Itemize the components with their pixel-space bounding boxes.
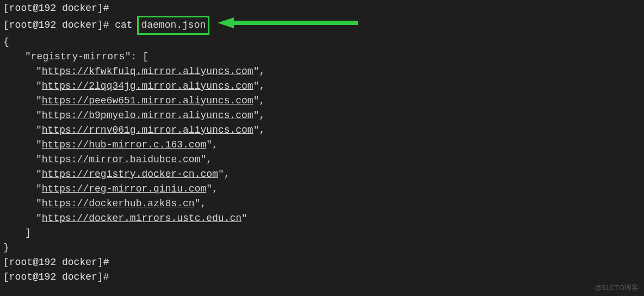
mirror-url: https://docker.mirrors.ustc.edu.cn	[42, 213, 242, 224]
terminal-output: [root@192 docker]# [root@192 docker]# ca…	[3, 1, 641, 285]
mirror-entry: "https://dockerhub.azk8s.cn",	[3, 196, 641, 211]
mirror-url: https://hub-mirror.c.163.com	[42, 139, 206, 150]
svg-marker-0	[218, 17, 358, 28]
mirror-url: https://kfwkfulq.mirror.aliyuncs.com	[42, 66, 253, 77]
mirror-url: https://rrnv06ig.mirror.aliyuncs.com	[42, 125, 253, 135]
mirror-entry: "https://2lqq34jg.mirror.aliyuncs.com",	[3, 79, 641, 94]
json-close-bracket: ]	[3, 226, 641, 240]
mirror-url: https://mirror.baidubce.com	[42, 154, 201, 165]
mirror-entry: "https://hub-mirror.c.163.com",	[3, 138, 641, 152]
mirror-entry: "https://mirror.baidubce.com",	[3, 152, 641, 167]
json-key-line: "registry-mirrors": [	[3, 50, 641, 64]
mirror-url: https://registry.docker-cn.com	[42, 169, 218, 180]
prompt-line: [root@192 docker]#	[3, 255, 641, 270]
mirror-entry: "https://docker.mirrors.ustc.edu.cn"	[3, 211, 641, 226]
arrow-annotation	[218, 16, 359, 34]
arrow-left-icon	[218, 16, 359, 29]
mirror-entry: "https://kfwkfulq.mirror.aliyuncs.com",	[3, 64, 641, 79]
mirror-url: https://2lqq34jg.mirror.aliyuncs.com	[42, 81, 253, 91]
mirror-entry: "https://pee6w651.mirror.aliyuncs.com",	[3, 94, 641, 108]
mirror-url: https://b9pmyelo.mirror.aliyuncs.com	[42, 110, 253, 121]
mirror-url: https://pee6w651.mirror.aliyuncs.com	[42, 95, 253, 106]
prompt-line: [root@192 docker]#	[3, 270, 641, 285]
mirror-entry: "https://reg-mirror.qiniu.com",	[3, 182, 641, 196]
shell-prompt-command: [root@192 docker]# cat	[3, 20, 133, 30]
prompt-line: [root@192 docker]#	[3, 1, 641, 16]
mirror-entry: "https://registry.docker-cn.com",	[3, 167, 641, 182]
watermark-text: @51CTO博客	[595, 282, 639, 293]
mirror-entry: "https://b9pmyelo.mirror.aliyuncs.com",	[3, 108, 641, 123]
command-line: [root@192 docker]# cat daemon.json	[3, 16, 641, 35]
highlighted-filename: daemon.json	[137, 16, 209, 35]
json-close-brace: }	[3, 240, 641, 255]
mirror-entry: "https://rrnv06ig.mirror.aliyuncs.com",	[3, 123, 641, 138]
mirror-url: https://reg-mirror.qiniu.com	[42, 183, 206, 194]
shell-prompt: [root@192 docker]#	[3, 3, 109, 14]
mirror-url: https://dockerhub.azk8s.cn	[42, 198, 195, 209]
shell-prompt: [root@192 docker]#	[3, 257, 109, 268]
shell-prompt: [root@192 docker]#	[3, 272, 109, 282]
json-open-brace: {	[3, 35, 641, 50]
